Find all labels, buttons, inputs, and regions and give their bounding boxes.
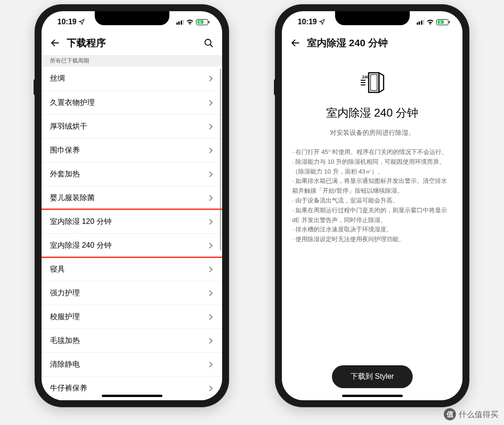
list-item-label: 牛仔裤保养 <box>50 383 87 393</box>
description-line: · 如果排水箱已满，将显示通知图标并发出警示。清空排水箱并触摸「开始/暂停」按钮… <box>292 176 452 196</box>
chevron-right-icon <box>207 100 213 106</box>
list-item-label: 寝具 <box>50 265 65 274</box>
status-time: 10:19 <box>298 18 317 26</box>
cellular-icon <box>176 19 184 25</box>
description-line: · 排水槽的注水速度取决于环境湿度。 <box>292 225 452 235</box>
chevron-right-icon <box>207 76 213 82</box>
program-list[interactable]: 丝绸久置衣物护理厚羽绒烘干围巾保养外套加热婴儿服装除菌室内除湿 120 分钟室内… <box>42 67 222 400</box>
watermark-text: 什么值得买 <box>459 409 498 420</box>
location-icon <box>319 19 325 25</box>
description-line: · 除湿能力与 10 升的除湿机相同，可能因使用环境而异。（除湿能力 10 升，… <box>292 157 452 177</box>
app-header: 室内除湿 240 分钟 <box>282 33 462 55</box>
list-item[interactable]: 校服护理 <box>42 305 222 328</box>
list-item-label: 强力护理 <box>50 288 80 298</box>
notch <box>95 11 169 25</box>
chevron-right-icon <box>207 385 213 391</box>
download-button[interactable]: 下载到 Styler <box>332 365 413 388</box>
list-item-label: 毛毯加热 <box>50 336 80 346</box>
list-item-label: 厚羽绒烘干 <box>50 122 87 132</box>
list-item-label: 久置衣物护理 <box>50 98 95 108</box>
list-item-label: 室内除湿 120 分钟 <box>50 217 112 227</box>
page-title: 室内除湿 240 分钟 <box>307 36 454 49</box>
screen-right: 10:19 室内除湿 240 分钟 240 室内除湿 240 <box>282 11 462 400</box>
list-item[interactable]: 玩具除菌 <box>42 400 222 400</box>
list-item[interactable]: 室内除湿 240 分钟 <box>42 233 222 257</box>
list-item[interactable]: 室内除湿 120 分钟 <box>42 209 222 233</box>
battery-icon <box>196 19 208 25</box>
wifi-icon <box>427 19 434 25</box>
back-icon[interactable] <box>50 38 60 48</box>
list-item-label: 丝绸 <box>50 74 65 84</box>
cellular-icon <box>417 19 425 25</box>
back-icon[interactable] <box>290 38 301 48</box>
notch <box>335 11 410 25</box>
phone-right: 10:19 室内除湿 240 分钟 240 室内除湿 240 <box>275 5 469 407</box>
chevron-right-icon <box>207 338 213 344</box>
chevron-right-icon <box>207 124 213 130</box>
svg-rect-5 <box>371 75 377 91</box>
list-item[interactable]: 丝绸 <box>42 67 222 91</box>
wifi-icon <box>186 19 194 25</box>
chevron-right-icon <box>207 219 213 225</box>
app-header: 下载程序 <box>42 33 222 55</box>
page-title: 下载程序 <box>67 36 197 49</box>
list-item-label: 外套加热 <box>50 169 80 179</box>
watermark-badge-icon: 值 <box>444 408 456 420</box>
list-item-label: 围巾保养 <box>50 146 80 155</box>
chevron-right-icon <box>207 195 213 201</box>
phone-left: 10:19 下载程序 所有已下载周期 丝绸久置衣物护理厚羽绒烘干围巾保养外套加热… <box>35 5 229 407</box>
dehumidify-icon: 240 <box>359 69 385 95</box>
list-item[interactable]: 围巾保养 <box>42 138 222 162</box>
detail-description: · 在门打开 45° 时使用。程序在门关闭的情况下不会运行。· 除湿能力与 10… <box>292 147 452 244</box>
location-icon <box>78 19 85 25</box>
chevron-right-icon <box>207 147 213 153</box>
list-item[interactable]: 寝具 <box>42 257 222 281</box>
list-item[interactable]: 外套加热 <box>42 162 222 186</box>
list-item-label: 清除静电 <box>50 360 80 369</box>
list-item[interactable]: 婴儿服装除菌 <box>42 186 222 209</box>
status-time: 10:19 <box>57 18 77 26</box>
list-item[interactable]: 毛毯加热 <box>42 328 222 352</box>
svg-line-1 <box>210 45 213 47</box>
chevron-right-icon <box>207 362 213 368</box>
detail-body: 240 室内除湿 240 分钟 对安装设备的房间进行除湿。 · 在门打开 45°… <box>282 55 462 400</box>
screen-left: 10:19 下载程序 所有已下载周期 丝绸久置衣物护理厚羽绒烘干围巾保养外套加热… <box>42 11 222 400</box>
chevron-right-icon <box>207 266 213 272</box>
list-item-label: 校服护理 <box>50 312 80 322</box>
list-item-label: 婴儿服装除菌 <box>50 193 95 203</box>
list-item[interactable]: 强力护理 <box>42 281 222 305</box>
detail-subtitle: 对安装设备的房间进行除湿。 <box>330 129 415 137</box>
chevron-right-icon <box>207 243 213 249</box>
svg-rect-3 <box>369 73 379 92</box>
scroll-indicator <box>220 69 221 251</box>
battery-icon <box>436 19 448 25</box>
chevron-right-icon <box>207 171 213 177</box>
description-line: · 由于设备流出气流，室温可能会升高。 <box>292 196 452 206</box>
list-item[interactable]: 厚羽绒烘干 <box>42 114 222 138</box>
description-line: · 使用除湿设定时无法使用夜间护理功能。 <box>292 235 452 244</box>
search-icon[interactable] <box>203 38 214 48</box>
list-item-label: 室内除湿 240 分钟 <box>50 241 112 251</box>
description-line: · 在门打开 45° 时使用。程序在门关闭的情况下不会运行。 <box>292 147 452 157</box>
watermark: 值 什么值得买 <box>444 408 498 420</box>
list-item[interactable]: 清除静电 <box>42 352 222 376</box>
list-item[interactable]: 久置衣物护理 <box>42 91 222 114</box>
chevron-right-icon <box>207 290 213 296</box>
description-line: · 如果在周期运行过程中门是关闭的，则显示窗口中将显示 dE 并发出警告声，同时… <box>292 206 452 225</box>
section-header: 所有已下载周期 <box>42 55 222 67</box>
detail-title: 室内除湿 240 分钟 <box>326 105 418 120</box>
home-indicator[interactable] <box>342 395 403 397</box>
chevron-right-icon <box>207 314 213 320</box>
home-indicator[interactable] <box>102 395 162 397</box>
